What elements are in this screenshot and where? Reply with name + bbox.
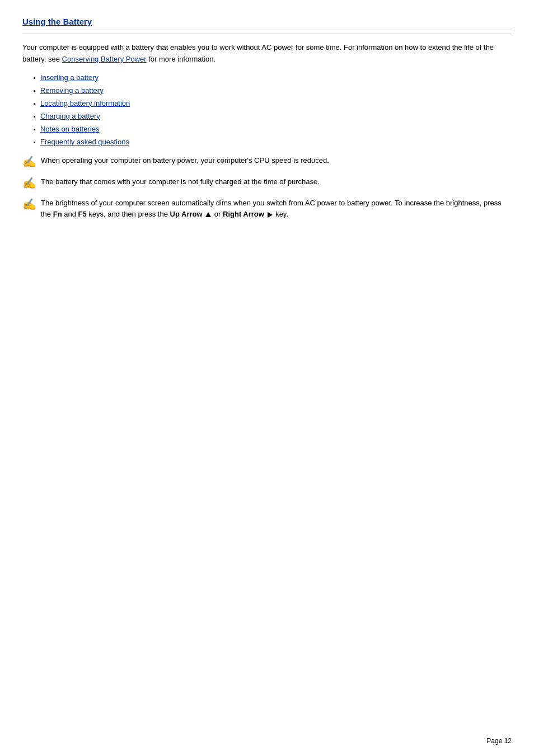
right-arrow-icon [268, 212, 273, 218]
list-item: Locating battery information [34, 99, 512, 107]
list-item: Removing a battery [34, 86, 512, 95]
intro-suffix: for more information. [148, 55, 216, 63]
list-item: Inserting a battery [34, 73, 512, 82]
note-3-block: ✍ The brightness of your computer screen… [22, 198, 512, 221]
note-2-icon: ✍ [22, 176, 36, 190]
list-item: Frequently asked questions [34, 138, 512, 146]
note-3-suffix: key. [274, 210, 289, 218]
topics-list: Inserting a battery Removing a battery L… [34, 73, 512, 146]
note-3-or: or [212, 210, 223, 218]
intro-paragraph: Your computer is equipped with a battery… [22, 42, 512, 65]
page-container: Using the Battery Your computer is equip… [0, 0, 534, 262]
up-arrow-label: Up Arrow [170, 210, 203, 218]
removing-battery-link[interactable]: Removing a battery [40, 86, 104, 95]
fn-key: Fn [53, 210, 62, 218]
list-item: Notes on batteries [34, 125, 512, 133]
note-2-block: ✍ The battery that comes with your compu… [22, 176, 512, 190]
charging-battery-link[interactable]: Charging a battery [40, 112, 100, 120]
note-1-block: ✍ When operating your computer on batter… [22, 155, 512, 168]
title-separator [22, 34, 512, 34]
locating-battery-link[interactable]: Locating battery information [40, 99, 130, 107]
up-arrow-icon [205, 212, 211, 217]
note-3-text: The brightness of your computer screen a… [41, 198, 512, 221]
right-arrow-label: Right Arrow [223, 210, 264, 218]
note-1-icon: ✍ [22, 155, 36, 168]
note-2-text: The battery that comes with your compute… [41, 176, 512, 188]
f5-key: F5 [78, 210, 87, 218]
notes-on-batteries-link[interactable]: Notes on batteries [40, 125, 100, 133]
conserving-battery-power-link[interactable]: Conserving Battery Power [62, 55, 147, 63]
note-3-icon: ✍ [22, 198, 36, 211]
inserting-battery-link[interactable]: Inserting a battery [40, 73, 99, 82]
note-3-mid: keys, and then press the [87, 210, 170, 218]
list-item: Charging a battery [34, 112, 512, 120]
page-number: Page 12 [486, 737, 512, 745]
faq-link[interactable]: Frequently asked questions [40, 138, 129, 146]
page-title: Using the Battery [22, 17, 512, 30]
note-1-text: When operating your computer on battery … [41, 155, 512, 167]
note-3-and: and [62, 210, 78, 218]
